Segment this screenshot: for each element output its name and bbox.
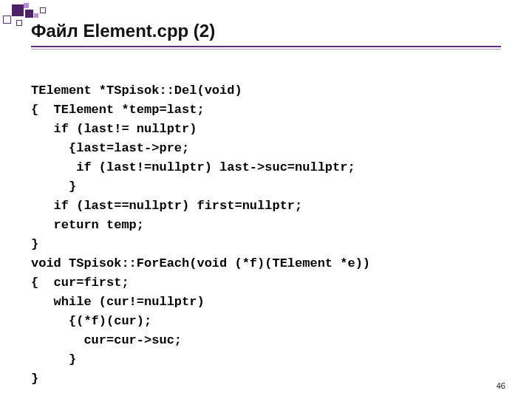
code-line: while (cur!=nullptr) xyxy=(31,295,205,309)
title-underline-secondary xyxy=(31,49,501,50)
code-line: if (last!=nullptr) last->suc=nullptr; xyxy=(31,160,355,174)
code-line: { cur=first; xyxy=(31,276,129,290)
code-line: void TSpisok::ForEach(void (*f)(TElement… xyxy=(31,256,370,270)
slide-title: Файл Element.cpp (2) xyxy=(31,21,215,41)
code-line: { TElement *temp=last; xyxy=(31,103,205,117)
code-line: {last=last->pre; xyxy=(31,141,189,155)
code-line: {(*f)(cur); xyxy=(31,314,151,328)
code-line: TElement *TSpisok::Del(void) xyxy=(31,83,242,98)
code-line: } xyxy=(31,237,38,251)
code-line: } xyxy=(31,352,76,366)
page-number: 46 xyxy=(497,381,505,390)
code-line: if (last==nullptr) first=nullptr; xyxy=(31,199,302,213)
code-line: cur=cur->suc; xyxy=(31,333,182,347)
code-line: return temp; xyxy=(31,218,144,232)
code-block: TElement *TSpisok::Del(void) { TElement … xyxy=(31,62,501,389)
code-line: } xyxy=(31,372,38,386)
title-underline-primary xyxy=(31,46,501,47)
code-line: } xyxy=(31,180,76,194)
code-line: if (last!= nullptr) xyxy=(31,122,197,136)
